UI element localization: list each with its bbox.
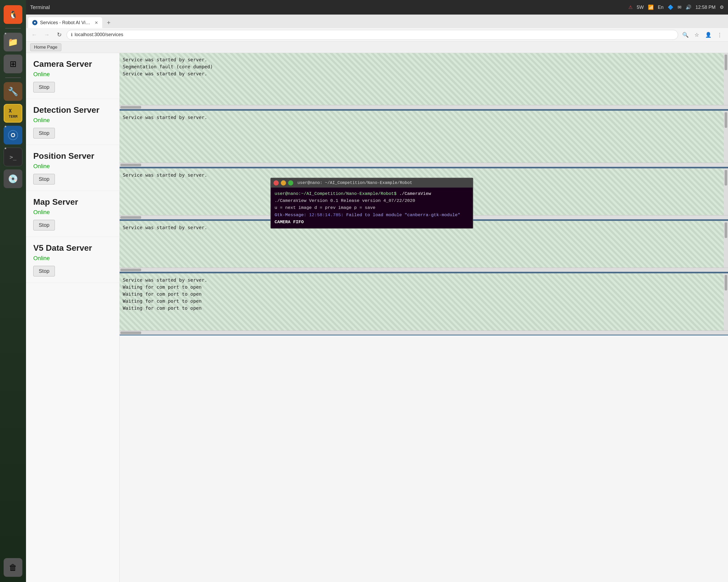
- camera-log-scrollbar-y[interactable]: [724, 53, 728, 105]
- bookmark-button[interactable]: ☆: [692, 30, 702, 40]
- new-tab-button[interactable]: +: [103, 17, 114, 28]
- terminal-titlebar: user@nano: ~/AI_Competition/Nano-Example…: [271, 178, 473, 188]
- camera-server-status: Online: [33, 71, 112, 78]
- terminal-minimize-button[interactable]: [281, 180, 286, 186]
- apps-icon[interactable]: ⊞: [4, 55, 22, 73]
- position-log-scrollbar-y[interactable]: [724, 168, 728, 215]
- camera-log-panel: Service was started by server. Segmentat…: [120, 53, 728, 110]
- network-icon: 📶: [648, 4, 654, 10]
- position-log-line-1: Service was started by server.: [123, 171, 725, 178]
- taskbar-divider: [5, 28, 21, 29]
- detection-server-status: Online: [33, 117, 112, 124]
- tab-bar: Services - Robot AI Vision ✕ +: [26, 15, 728, 28]
- terminal-line-4: Gtk-Message: 12:58:14.785: Failed to loa…: [275, 212, 469, 219]
- taskbar-indicator: [5, 33, 6, 34]
- v5data-log-line-2: Waiting for com port to open: [123, 283, 725, 290]
- terminal-line-5: CAMERA FIFO: [275, 219, 469, 225]
- back-button[interactable]: ←: [29, 30, 40, 40]
- home-page-breadcrumb[interactable]: Home Page: [30, 44, 61, 51]
- system-settings-icon[interactable]: ⚙: [720, 4, 724, 10]
- map-server-status: Online: [33, 209, 112, 216]
- terminal-line-3: u = next image d = prev image p = save: [275, 204, 469, 211]
- forward-button[interactable]: →: [42, 30, 52, 40]
- settings-icon[interactable]: 🔧: [4, 82, 22, 101]
- active-tab[interactable]: Services - Robot AI Vision ✕: [28, 17, 102, 28]
- drive-icon[interactable]: 💿: [4, 169, 22, 188]
- refresh-button[interactable]: ↻: [54, 30, 64, 40]
- battery-icon: ⚠: [628, 4, 632, 10]
- taskbar-left: 🐧 📁 ⊞ 🔧 XTERM >_ 💿 🗑: [0, 0, 26, 582]
- terminal-window[interactable]: user@nano: ~/AI_Competition/Nano-Example…: [270, 178, 473, 229]
- map-log-scrollbar-x[interactable]: [120, 268, 728, 272]
- svg-point-4: [34, 22, 35, 23]
- camera-log-line-2: Segmentation fault (core dumped): [123, 63, 725, 70]
- terminal-indicator: [5, 147, 6, 149]
- nav-bar: ← → ↻ ℹ localhost:3000/services 🔍 ☆ 👤 ⋮: [26, 28, 728, 41]
- detection-log-panel: Service was started by server.: [120, 111, 728, 168]
- v5data-server-name: V5 Data Server: [33, 243, 112, 253]
- lock-icon: ℹ: [71, 32, 73, 37]
- camera-log-line-1: Service was started by server.: [123, 56, 725, 63]
- address-bar[interactable]: ℹ localhost:3000/services: [67, 30, 678, 40]
- map-server-stop-button[interactable]: Stop: [33, 220, 55, 230]
- detection-server-stop-button[interactable]: Stop: [33, 128, 55, 138]
- v5data-log-panel: Service was started by server. Waiting f…: [120, 273, 728, 335]
- tab-favicon: [32, 20, 37, 25]
- v5data-log-scrollbar-x[interactable]: [120, 331, 728, 335]
- log-area[interactable]: Service was started by server. Segmentat…: [120, 53, 728, 582]
- camera-server-name: Camera Server: [33, 59, 112, 69]
- camera-log-line-3: Service was started by server.: [123, 70, 725, 77]
- volume-icon: 🔊: [685, 4, 691, 10]
- tab-close-button[interactable]: ✕: [95, 20, 98, 25]
- mail-icon: ✉: [678, 4, 681, 10]
- account-button[interactable]: 👤: [703, 30, 713, 40]
- battery-label: 5W: [637, 5, 644, 10]
- window-title: Terminal: [30, 4, 50, 10]
- v5data-log-scrollbar-y[interactable]: [724, 273, 728, 331]
- browser-window: Services - Robot AI Vision ✕ + ← → ↻ ℹ l…: [26, 15, 728, 582]
- terminal-warning-2: : Failed to load module "canberra-gtk-mo…: [341, 213, 460, 218]
- ubuntu-icon[interactable]: 🐧: [4, 5, 22, 24]
- bluetooth-icon: 🔷: [668, 4, 673, 10]
- terminal-body: user@nano:~/AI_Competition/Nano-Example/…: [271, 188, 473, 228]
- detection-log-scrollbar-y[interactable]: [724, 111, 728, 163]
- top-bar: Terminal ⚠ 5W 📶 En 🔷 ✉ 🔊 12:58 PM ⚙: [26, 0, 728, 15]
- terminal-maximize-button[interactable]: [288, 180, 293, 186]
- trash-icon[interactable]: 🗑: [4, 558, 22, 577]
- chromium-icon[interactable]: [4, 126, 22, 144]
- terminal-prompt-1: user@nano:~/AI_Competition/Nano-Example/…: [275, 191, 399, 196]
- detection-log-scrollbar-x[interactable]: [120, 163, 728, 167]
- v5data-log-line-5: Waiting for com port to open: [123, 305, 725, 311]
- v5data-log-line-3: Waiting for com port to open: [123, 290, 725, 298]
- clock: 12:58 PM: [696, 5, 716, 10]
- top-bar-right: ⚠ 5W 📶 En 🔷 ✉ 🔊 12:58 PM ⚙: [628, 4, 724, 10]
- position-server-stop-button[interactable]: Stop: [33, 174, 55, 185]
- service-item-v5data: V5 Data Server Online Stop: [26, 237, 119, 283]
- position-server-name: Position Server: [33, 151, 112, 161]
- terminal-command-1: ./CameraView: [399, 191, 431, 196]
- zoom-button[interactable]: 🔍: [680, 30, 691, 40]
- camera-server-stop-button[interactable]: Stop: [33, 82, 55, 92]
- map-server-name: Map Server: [33, 197, 112, 207]
- camera-log-scrollbar-x[interactable]: [120, 105, 728, 109]
- svg-point-2: [12, 134, 14, 136]
- service-item-map: Map Server Online Stop: [26, 191, 119, 237]
- terminal-line-1: user@nano:~/AI_Competition/Nano-Example/…: [275, 190, 469, 197]
- terminal-title: user@nano: ~/AI_Competition/Nano-Example…: [297, 181, 412, 185]
- map-log-scrollbar-y[interactable]: [724, 221, 728, 268]
- files-icon[interactable]: 📁: [4, 33, 22, 51]
- sidebar: Camera Server Online Stop Detection Serv…: [26, 53, 120, 582]
- menu-button[interactable]: ⋮: [714, 30, 725, 40]
- detection-log-line-1: Service was started by server.: [123, 114, 725, 121]
- chromium-indicator: [5, 126, 6, 127]
- terminal-icon[interactable]: >_: [4, 147, 22, 166]
- v5data-server-stop-button[interactable]: Stop: [33, 266, 55, 276]
- terminal-timestamp: 12:58:14.785: [309, 213, 341, 218]
- terminal-close-button[interactable]: [274, 180, 279, 186]
- tab-title: Services - Robot AI Vision: [40, 20, 92, 25]
- terminal-line-2: ./CameraView Version 0.1 Release version…: [275, 197, 469, 204]
- main-content: Camera Server Online Stop Detection Serv…: [26, 53, 728, 582]
- detection-log-content: Service was started by server.: [120, 111, 728, 163]
- detection-server-name: Detection Server: [33, 105, 112, 115]
- xterm-icon[interactable]: XTERM: [4, 104, 22, 122]
